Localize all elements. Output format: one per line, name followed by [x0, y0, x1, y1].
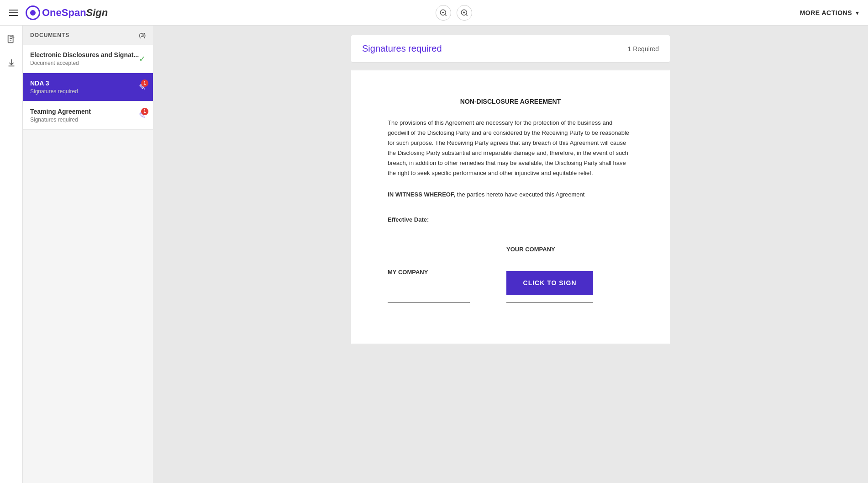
company-left: MY COMPANY — [388, 269, 470, 276]
document-paper: NON-DISCLOSURE AGREEMENT The provisions … — [351, 70, 670, 344]
check-icon: ✓ — [139, 54, 146, 64]
icon-panel — [0, 26, 23, 483]
document-witness: IN WITNESS WHEREOF, the parties hereto h… — [388, 190, 633, 200]
content-area: Signatures required 1 Required NON-DISCL… — [153, 26, 868, 483]
download-icon-button[interactable] — [3, 55, 20, 71]
document-title: NON-DISCLOSURE AGREEMENT — [388, 98, 633, 105]
sig-line-right — [506, 301, 593, 303]
logo: OneSpanSign — [26, 5, 108, 20]
doc-status-nda3: Signatures required — [30, 88, 78, 95]
zoom-in-button[interactable] — [457, 5, 472, 21]
document-list: DOCUMENTS (3) Electronic Disclosures and… — [23, 26, 153, 483]
signatures-title: Signatures required — [362, 43, 442, 54]
document-icon-button[interactable] — [3, 31, 20, 48]
documents-label: DOCUMENTS — [30, 32, 69, 38]
zoom-out-button[interactable] — [436, 5, 451, 21]
edit-badge-teaming: ✎ 1 — [139, 111, 146, 121]
doc-list-header: DOCUMENTS (3) — [23, 26, 153, 45]
effective-date: Effective Date: — [388, 216, 633, 223]
witness-bold: IN WITNESS WHEREOF, — [388, 191, 455, 198]
edit-badge-nda3: ✎ 1 — [139, 82, 146, 92]
hamburger-menu[interactable] — [9, 10, 18, 16]
doc-item-right-teaming: ✎ 1 — [139, 111, 146, 121]
logo-circle — [26, 5, 40, 20]
signatures-banner: Signatures required 1 Required — [351, 35, 670, 63]
doc-item-info-electronic: Electronic Disclosures and Signat... Doc… — [30, 51, 139, 66]
doc-status-electronic: Document accepted — [30, 60, 139, 66]
logo-brand: OneSpan — [42, 7, 86, 18]
badge-teaming: 1 — [141, 108, 148, 115]
left-panel: DOCUMENTS (3) Electronic Disclosures and… — [0, 26, 153, 483]
logo-script: Sign — [86, 7, 108, 18]
doc-item-right-nda3: ✎ 1 — [139, 82, 146, 92]
doc-item-right-electronic: ✓ — [139, 54, 146, 64]
sig-col-left: MY COMPANY — [388, 269, 470, 303]
sig-col-right: YOUR COMPANY CLICK TO SIGN — [506, 246, 593, 303]
signature-row: MY COMPANY YOUR COMPANY CLICK TO SIGN — [388, 246, 633, 303]
doc-status-teaming: Signatures required — [30, 117, 91, 123]
more-actions-button[interactable]: MORE ACTIONS ▾ — [800, 9, 859, 16]
svg-line-1 — [445, 14, 446, 16]
doc-name-nda3: NDA 3 — [30, 80, 78, 87]
svg-line-4 — [466, 14, 467, 16]
doc-name-teaming: Teaming Agreement — [30, 108, 91, 115]
badge-nda3: 1 — [141, 80, 148, 87]
more-actions-label: MORE ACTIONS — [800, 9, 852, 16]
chevron-down-icon: ▾ — [856, 9, 859, 16]
signatures-count: 1 Required — [628, 45, 659, 53]
document-body: The provisions of this Agreement are nec… — [388, 118, 633, 179]
doc-item-nda3[interactable]: NDA 3 Signatures required ✎ 1 — [23, 73, 153, 101]
doc-item-teaming[interactable]: Teaming Agreement Signatures required ✎ … — [23, 101, 153, 130]
doc-name-electronic: Electronic Disclosures and Signat... — [30, 51, 139, 58]
doc-item-info-teaming: Teaming Agreement Signatures required — [30, 108, 91, 123]
click-to-sign-button[interactable]: CLICK TO SIGN — [506, 271, 593, 295]
main-layout: DOCUMENTS (3) Electronic Disclosures and… — [0, 26, 868, 483]
company-right: YOUR COMPANY — [506, 246, 593, 253]
doc-item-info-nda3: NDA 3 Signatures required — [30, 80, 78, 95]
witness-suffix: the parties hereto have executed this Ag… — [455, 191, 584, 198]
documents-count: (3) — [139, 32, 146, 38]
sig-line-left — [388, 294, 470, 303]
top-nav: OneSpanSign MORE ACTIONS ▾ — [0, 0, 868, 26]
doc-item-electronic[interactable]: Electronic Disclosures and Signat... Doc… — [23, 45, 153, 73]
zoom-controls — [436, 5, 472, 21]
logo-inner — [30, 10, 36, 16]
logo-text: OneSpanSign — [42, 7, 108, 19]
